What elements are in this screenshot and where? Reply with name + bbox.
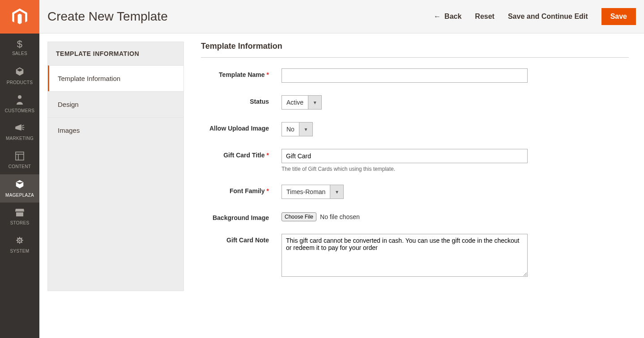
dollar-icon: $ [17,39,23,49]
nav-customers[interactable]: CUSTOMERS [0,90,39,118]
store-icon [15,208,25,219]
label-status: Status [201,95,281,105]
chevron-down-icon: ▼ [308,96,321,109]
select-font-family[interactable]: Times-Roman ▼ [281,185,344,199]
hint-gift-card-title: The title of Gift Cards which using this… [281,166,532,172]
choose-file-button[interactable]: Choose File [281,212,316,221]
page-title: Create New Template [47,9,168,24]
tabs-panel: TEMPLATE INFORMATION Template Informatio… [47,42,184,291]
nav-products[interactable]: PRODUCTS [0,62,39,90]
save-continue-button[interactable]: Save and Continue Edit [508,13,588,21]
label-template-name: Template Name* [201,68,281,78]
textarea-gift-card-note[interactable] [281,234,528,277]
reset-button[interactable]: Reset [475,13,495,21]
input-template-name[interactable] [281,68,528,83]
tabs-header: TEMPLATE INFORMATION [48,42,183,65]
file-chosen-text: No file chosen [320,213,360,220]
cube-icon [15,67,25,78]
nav-marketing[interactable]: MARKETING [0,118,39,146]
header-actions: ← Back Reset Save and Continue Edit Save [434,8,636,25]
nav-sales[interactable]: $ SALES [0,34,39,62]
tab-template-information[interactable]: Template Information [48,65,183,91]
label-allow-upload: Allow Upload Image [201,122,281,132]
page-header: Create New Template ← Back Reset Save an… [39,0,644,34]
chevron-down-icon: ▼ [330,185,343,199]
arrow-left-icon: ← [434,13,441,21]
label-font-family: Font Family* [201,185,281,194]
select-status[interactable]: Active ▼ [281,95,322,110]
select-allow-upload[interactable]: No ▼ [281,122,313,136]
tab-design[interactable]: Design [48,91,183,117]
admin-sidebar: $ SALES PRODUCTS CUSTOMERS MARKETING CON… [0,0,39,338]
layout-icon [15,152,24,162]
label-gift-card-note: Gift Card Note [201,234,281,244]
input-gift-card-title[interactable] [281,149,528,163]
svg-rect-1 [16,152,24,160]
package-icon [15,179,25,191]
megaphone-icon [15,123,25,134]
nav-system[interactable]: SYSTEM [0,231,39,259]
back-button[interactable]: ← Back [434,13,461,21]
chevron-down-icon: ▼ [299,123,312,136]
nav-content[interactable]: CONTENT [0,146,39,174]
person-icon [16,95,24,106]
section-title: Template Information [201,42,629,58]
save-button[interactable]: Save [601,8,636,25]
magento-logo-icon [12,8,27,25]
logo[interactable] [0,0,39,34]
gear-icon [15,236,24,247]
nav-stores[interactable]: STORES [0,203,39,231]
form-area: Template Information Template Name* Stat… [201,42,629,291]
label-background-image: Background Image [201,211,281,221]
nav-mageplaza[interactable]: MAGEPLAZA [0,174,39,203]
svg-point-0 [18,95,21,99]
tab-images[interactable]: Images [48,117,183,143]
label-gift-card-title: Gift Card Title* [201,149,281,159]
